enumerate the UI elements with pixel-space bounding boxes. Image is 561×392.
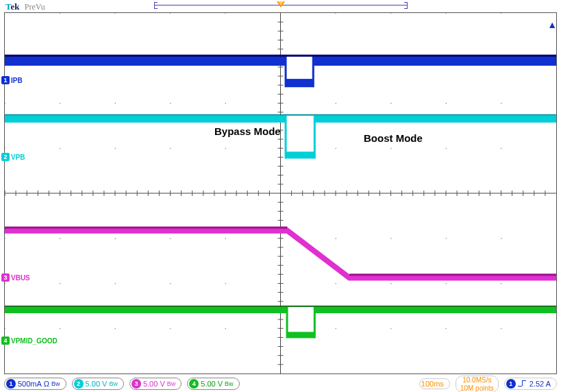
ch1-name: IPB [11, 77, 23, 84]
ch2-scale-chip[interactable]: 2 5.00 V Bw [72, 378, 124, 390]
svg-rect-118 [5, 307, 288, 313]
svg-rect-109 [5, 55, 556, 57]
readout-bar: 1 500mA Ω Bw 2 5.00 V Bw 3 5.00 V Bw 4 5… [4, 377, 557, 391]
svg-rect-116 [5, 227, 288, 229]
svg-rect-114 [314, 116, 316, 159]
ch2-ref-marker: 2VPB [1, 153, 25, 161]
brand-logo: Tek PreVu [5, 1, 45, 12]
svg-rect-104 [5, 56, 286, 66]
acq-state-label: PreVu [25, 2, 45, 12]
svg-rect-113 [285, 116, 287, 159]
acquisition-chip[interactable]: 10.0MS/s 10M points [456, 376, 499, 393]
ch2-name: VPB [11, 154, 25, 161]
svg-rect-107 [285, 56, 287, 88]
trigger-position-marker [277, 1, 285, 8]
svg-rect-106 [314, 56, 556, 66]
ch4-scale-chip[interactable]: 4 5.00 V Bw [187, 378, 239, 390]
annotation-bypass: Bypass Mode [214, 125, 281, 137]
ch1-ref-marker: 1IPB [1, 76, 23, 84]
svg-rect-111 [286, 151, 315, 158]
ch1-scale-chip[interactable]: 1 500mA Ω Bw [4, 378, 66, 390]
record-overview [154, 2, 408, 8]
ch4-name: VPMID_GOOD [11, 337, 58, 345]
ch4-ref-marker: 4VPMID_GOOD [1, 336, 58, 345]
svg-rect-122 [314, 307, 316, 339]
svg-rect-120 [315, 307, 556, 313]
svg-rect-110 [5, 116, 286, 123]
timebase-chip[interactable]: 100ms [419, 378, 450, 389]
svg-rect-112 [315, 116, 556, 123]
ch3-ref-marker: 3VBUS [1, 273, 30, 282]
svg-rect-108 [312, 56, 314, 88]
trigger-chip[interactable]: 1 2.52 A [504, 378, 557, 390]
svg-rect-105 [286, 79, 314, 87]
rising-edge-icon [518, 379, 527, 389]
svg-rect-115 [5, 114, 556, 116]
svg-rect-117 [349, 273, 556, 275]
ch3-name: VBUS [11, 274, 30, 282]
annotation-boost: Boost Mode [364, 132, 423, 144]
svg-rect-121 [286, 307, 288, 339]
waveform-display[interactable]: 1IPB 2VPB 3VBUS 4VPMID_GOOD Bypass Mode … [4, 12, 557, 374]
ch3-scale-chip[interactable]: 3 5.00 V Bw [129, 378, 182, 390]
svg-rect-123 [5, 306, 556, 307]
svg-rect-119 [288, 332, 315, 338]
